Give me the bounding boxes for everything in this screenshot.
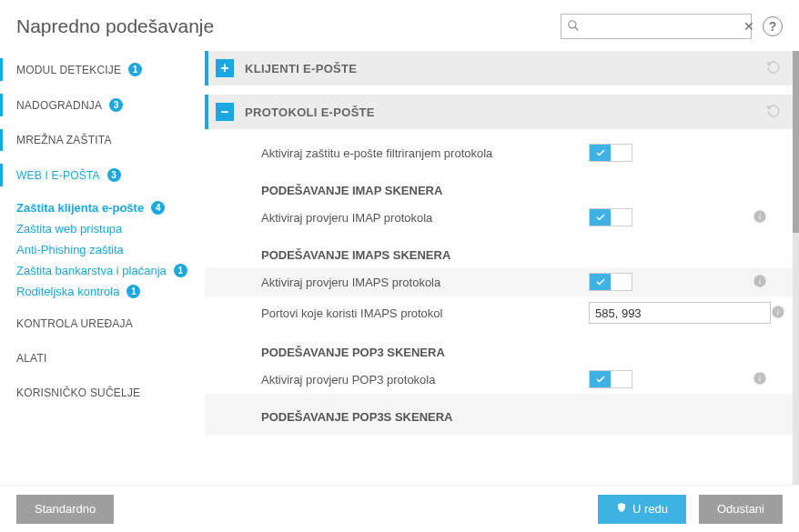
- revert-icon[interactable]: [766, 60, 781, 77]
- section-title: PROTOKOLI E-POŠTE: [245, 105, 375, 119]
- scrollbar-thumb[interactable]: [793, 51, 799, 233]
- heading-label: PODEŠAVANJE IMAPS SKENERA: [261, 248, 589, 262]
- header: Napredno podešavanje ✕ ?: [0, 0, 799, 51]
- button-label: Odustani: [717, 502, 764, 516]
- heading-imap: PODEŠAVANJE IMAP SKENERA: [205, 167, 794, 203]
- badge: 3: [109, 98, 123, 112]
- scrollbar[interactable]: [793, 51, 799, 485]
- toggle-pop3[interactable]: [589, 370, 632, 388]
- ok-button[interactable]: U redu: [598, 495, 686, 524]
- heading-label: PODEŠAVANJE IMAP SKENERA: [261, 184, 589, 197]
- sidebar: MODUL DETEKCIJE 1 NADOGRADNJA 3 MREŽNA Z…: [0, 51, 205, 485]
- sidebar-sub-banking[interactable]: Zaštita bankarstva i plaćanja 1: [0, 260, 205, 281]
- revert-icon[interactable]: [766, 104, 781, 121]
- toggle-imap[interactable]: [589, 208, 632, 226]
- toggle-imaps[interactable]: [589, 273, 632, 291]
- sidebar-item-label: MREŽNA ZAŠTITA: [16, 134, 112, 146]
- search-input[interactable]: [580, 15, 743, 38]
- row-imaps: Aktiviraj provjeru IMAPS protokola i: [205, 267, 794, 296]
- sidebar-item-label: Anti-Phishing zaštita: [16, 243, 124, 256]
- row-label: Aktiviraj provjeru IMAPS protokola: [261, 276, 589, 289]
- svg-line-1: [575, 26, 579, 30]
- search-icon: [567, 19, 580, 35]
- row-label: Aktiviraj zaštitu e-pošte filtriranjem p…: [261, 146, 589, 160]
- info-icon[interactable]: i: [753, 274, 767, 291]
- footer: Standardno U redu Odustani: [0, 485, 799, 532]
- sidebar-item-network[interactable]: MREŽNA ZAŠTITA: [0, 127, 205, 153]
- button-label: Standardno: [35, 502, 96, 516]
- badge: 1: [128, 63, 142, 76]
- heading-label: PODEŠAVANJE POP3 SKENERA: [261, 346, 589, 359]
- sidebar-sub-antiphishing[interactable]: Anti-Phishing zaštita: [0, 239, 205, 260]
- sidebar-item-label: Zaštita web pristupa: [16, 222, 122, 236]
- heading-pop3: PODEŠAVANJE POP3 SKENERA: [205, 329, 794, 365]
- sidebar-item-detection[interactable]: MODUL DETEKCIJE 1: [0, 56, 205, 83]
- content-panel: + KLIJENTI E-POŠTE – PROTOKOLI E-POŠTE A…: [205, 51, 799, 485]
- sidebar-item-label: KONTROLA UREĐAJA: [16, 317, 133, 330]
- sidebar-item-web-email[interactable]: WEB I E-POŠTA 3: [0, 162, 205, 188]
- cancel-button[interactable]: Odustani: [699, 495, 783, 524]
- help-button[interactable]: ?: [763, 16, 783, 36]
- button-label: U redu: [632, 502, 668, 516]
- page-title: Napredno podešavanje: [16, 15, 561, 37]
- search-wrap[interactable]: ✕: [561, 14, 752, 39]
- info-icon[interactable]: i: [771, 305, 785, 322]
- svg-point-0: [569, 20, 576, 27]
- section-email-clients[interactable]: + KLIJENTI E-POŠTE: [205, 51, 794, 85]
- row-label: Aktiviraj provjeru IMAP protokola: [261, 211, 589, 225]
- heading-imaps: PODEŠAVANJE IMAPS SKENERA: [205, 232, 794, 267]
- row-imaps-ports: Portovi koje koristi IMAPS protokol i: [205, 296, 794, 329]
- default-button[interactable]: Standardno: [16, 495, 114, 524]
- sidebar-item-device-control[interactable]: KONTROLA UREĐAJA: [0, 311, 205, 336]
- sidebar-item-ui[interactable]: KORISNIČKO SUČELJE: [0, 380, 205, 406]
- sidebar-item-label: Roditeljska kontrola: [16, 285, 119, 298]
- heading-pop3s: PODEŠAVANJE POP3S SKENERA: [205, 394, 794, 435]
- row-filter-protocol: Aktiviraj zaštitu e-pošte filtriranjem p…: [205, 138, 794, 167]
- shield-icon: [616, 502, 627, 516]
- badge: 3: [107, 168, 121, 182]
- sidebar-item-upgrade[interactable]: NADOGRADNJA 3: [0, 92, 205, 118]
- section-email-protocols[interactable]: – PROTOKOLI E-POŠTE: [205, 95, 794, 129]
- badge: 4: [151, 201, 165, 215]
- sidebar-item-label: ALATI: [16, 352, 46, 365]
- sidebar-item-tools[interactable]: ALATI: [0, 346, 205, 371]
- collapse-icon[interactable]: –: [216, 103, 234, 121]
- imaps-ports-input[interactable]: [589, 302, 771, 324]
- sidebar-sub-web-access[interactable]: Zaštita web pristupa: [0, 218, 205, 239]
- sidebar-item-label: Zaštita klijenta e-pošte: [16, 201, 144, 215]
- badge: 1: [174, 264, 187, 277]
- expand-icon[interactable]: +: [216, 59, 234, 77]
- section-title: KLIJENTI E-POŠTE: [245, 62, 357, 75]
- row-label: Aktiviraj provjeru POP3 protokola: [261, 373, 589, 386]
- clear-icon[interactable]: ✕: [743, 19, 754, 34]
- sidebar-item-label: KORISNIČKO SUČELJE: [16, 386, 140, 399]
- sidebar-item-label: Zaštita bankarstva i plaćanja: [16, 264, 167, 277]
- sidebar-sub-parental[interactable]: Roditeljska kontrola 1: [0, 281, 205, 302]
- sidebar-item-label: WEB I E-POŠTA: [16, 169, 100, 182]
- badge: 1: [126, 285, 140, 298]
- row-pop3: Aktiviraj provjeru POP3 protokola i: [205, 365, 794, 394]
- info-icon[interactable]: i: [753, 371, 767, 388]
- info-icon[interactable]: i: [753, 209, 767, 226]
- toggle-filter-protocol[interactable]: [589, 144, 632, 162]
- heading-label: PODEŠAVANJE POP3S SKENERA: [261, 410, 589, 424]
- row-label: Portovi koje koristi IMAPS protokol: [261, 306, 589, 320]
- sidebar-item-label: MODUL DETEKCIJE: [16, 64, 121, 76]
- sidebar-sub-email-client[interactable]: Zaštita klijenta e-pošte 4: [0, 197, 205, 218]
- row-imap: Aktiviraj provjeru IMAP protokola i: [205, 203, 794, 232]
- sidebar-item-label: NADOGRADNJA: [16, 99, 102, 112]
